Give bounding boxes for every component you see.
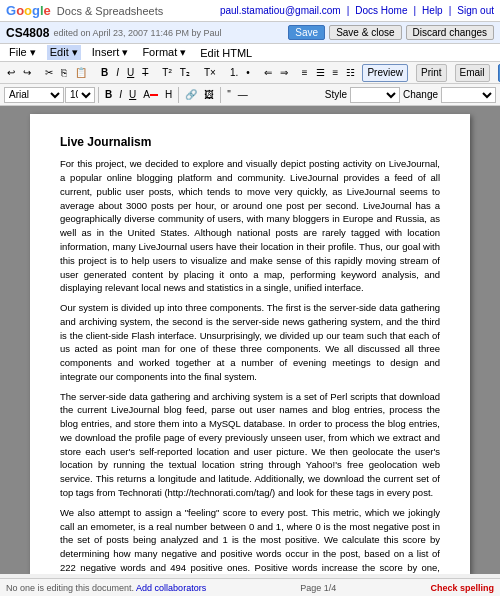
font-select[interactable]: Arial [4, 87, 64, 103]
check-spelling-button[interactable]: Check spelling [430, 583, 494, 593]
toolbar2-sep2 [178, 87, 179, 103]
hr-button[interactable]: — [235, 86, 251, 104]
doc-meta: edited on April 23, 2007 11:46 PM by Pau… [53, 28, 221, 38]
cut-button[interactable]: ✂ [42, 64, 56, 82]
menu-edit[interactable]: Edit ▾ [47, 45, 81, 60]
no-editing-text: No one is editing this document. [6, 583, 134, 593]
alignleft-button[interactable]: ≡ [299, 64, 311, 82]
signout-link[interactable]: Sign out [457, 5, 494, 16]
separator: | [347, 5, 350, 16]
underline-button[interactable]: U [124, 64, 137, 82]
style-select[interactable] [350, 87, 400, 103]
preview-button[interactable]: Preview [362, 64, 408, 82]
bold2-button[interactable]: B [102, 86, 115, 104]
top-bar-right: paul.stamatiou@gmail.com | Docs Home | H… [220, 5, 494, 16]
docs-home-link[interactable]: Docs Home [355, 5, 407, 16]
alignjustify-button[interactable]: ☷ [343, 64, 358, 82]
underline2-button[interactable]: U [126, 86, 139, 104]
doc-content: Live Journalism For this project, we dec… [60, 134, 440, 574]
toolbar-row1: ↩ ↪ ✂ ⎘ 📋 B I U T T² T₂ T× 1. • ⇐ ⇒ ≡ ☰ … [0, 62, 500, 84]
superscript-button[interactable]: T² [159, 64, 174, 82]
title-bar-left: CS4808 edited on April 23, 2007 11:46 PM… [6, 26, 222, 40]
doc-area: Live Journalism For this project, we dec… [0, 106, 500, 574]
docs-spreadsheets-label: Docs & Spreadsheets [57, 5, 163, 17]
highlight-color-button[interactable]: H [162, 86, 175, 104]
italic2-button[interactable]: I [116, 86, 125, 104]
add-collaborators-link[interactable]: Add collaborators [136, 583, 206, 593]
alignright-button[interactable]: ≡ [330, 64, 342, 82]
discard-button[interactable]: Discard changes [406, 25, 494, 40]
top-bar: Google Docs & Spreadsheets paul.stamatio… [0, 0, 500, 22]
title-bar-actions: Save Save & close Discard changes [288, 25, 494, 40]
status-bar: No one is editing this document. Add col… [0, 578, 500, 596]
doc-heading: Live Journalism [60, 134, 440, 151]
doc-page: Live Journalism For this project, we dec… [30, 114, 470, 574]
image-button[interactable]: 🖼 [201, 86, 217, 104]
menu-insert[interactable]: Insert ▾ [89, 45, 132, 60]
change-label: Change [403, 89, 438, 100]
save-button[interactable]: Save [288, 25, 325, 40]
style-label: Style [325, 89, 347, 100]
toolbar2-sep1 [98, 87, 99, 103]
top-bar-left: Google Docs & Spreadsheets [6, 3, 163, 18]
subscript-button[interactable]: T₂ [177, 64, 193, 82]
indent-increase-button[interactable]: ⇒ [277, 64, 291, 82]
doc-paragraph-4: We also attempt to assign a "feeling" sc… [60, 506, 440, 574]
change-select[interactable] [441, 87, 496, 103]
email-button[interactable]: Email [455, 64, 490, 82]
paste-button[interactable]: 📋 [72, 64, 90, 82]
page-info: Page 1/4 [300, 583, 336, 593]
indent-decrease-button[interactable]: ⇐ [261, 64, 275, 82]
doc-paragraph-1: For this project, we decided to explore … [60, 157, 440, 295]
blockquote-button[interactable]: " [224, 86, 234, 104]
orderedlist-button[interactable]: 1. [227, 64, 241, 82]
toolbar-row2: Arial 10 B I U A H 🔗 🖼 " — Style Change [0, 84, 500, 106]
google-logo: Google [6, 3, 51, 18]
doc-paragraph-3: The server-side data gathering and archi… [60, 390, 440, 500]
link-button[interactable]: 🔗 [182, 86, 200, 104]
redo-button[interactable]: ↪ [20, 64, 34, 82]
save-close-button[interactable]: Save & close [329, 25, 401, 40]
bold-button[interactable]: B [98, 64, 111, 82]
unorderedlist-button[interactable]: • [243, 64, 253, 82]
strikethrough-button[interactable]: T [139, 64, 151, 82]
menu-bar: File ▾ Edit ▾ Insert ▾ Format ▾ Edit HTM… [0, 44, 500, 62]
menu-edit-html[interactable]: Edit HTML [197, 46, 255, 60]
undo-button[interactable]: ↩ [4, 64, 18, 82]
menu-file[interactable]: File ▾ [6, 45, 39, 60]
toolbar2-sep3 [220, 87, 221, 103]
removeformat-button[interactable]: T× [201, 64, 219, 82]
aligncenter-button[interactable]: ☰ [313, 64, 328, 82]
menu-format[interactable]: Format ▾ [139, 45, 189, 60]
separator3: | [449, 5, 452, 16]
status-left: No one is editing this document. Add col… [6, 583, 206, 593]
user-email: paul.stamatiou@gmail.com [220, 5, 341, 16]
separator2: | [414, 5, 417, 16]
help-link[interactable]: Help [422, 5, 443, 16]
copy-button[interactable]: ⎘ [58, 64, 70, 82]
title-bar: CS4808 edited on April 23, 2007 11:46 PM… [0, 22, 500, 44]
doc-paragraph-2: Our system is divided up into three comp… [60, 301, 440, 384]
print-button[interactable]: Print [416, 64, 447, 82]
size-select[interactable]: 10 [65, 87, 95, 103]
doc-title: CS4808 [6, 26, 49, 40]
font-color-button[interactable]: A [140, 86, 161, 104]
italic-button[interactable]: I [113, 64, 122, 82]
